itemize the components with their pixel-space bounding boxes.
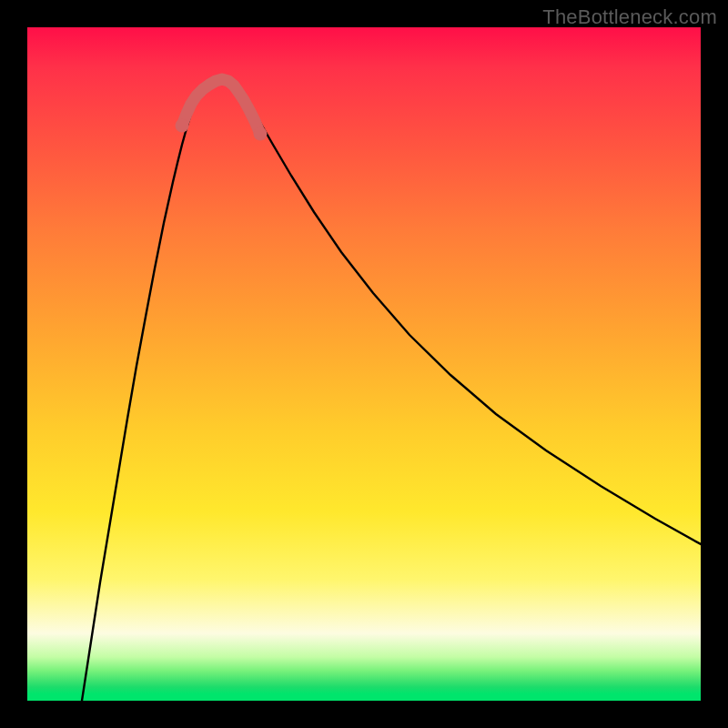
u-endpoint-dot [254,127,268,141]
chart-svg [27,27,701,701]
u-endpoint-dot [176,119,189,133]
watermark-text: TheBottleneck.com [542,5,717,29]
bottom-u-marker [182,79,260,134]
left-curve [82,89,203,701]
chart-gradient-area [27,27,701,701]
right-curve [238,89,701,544]
